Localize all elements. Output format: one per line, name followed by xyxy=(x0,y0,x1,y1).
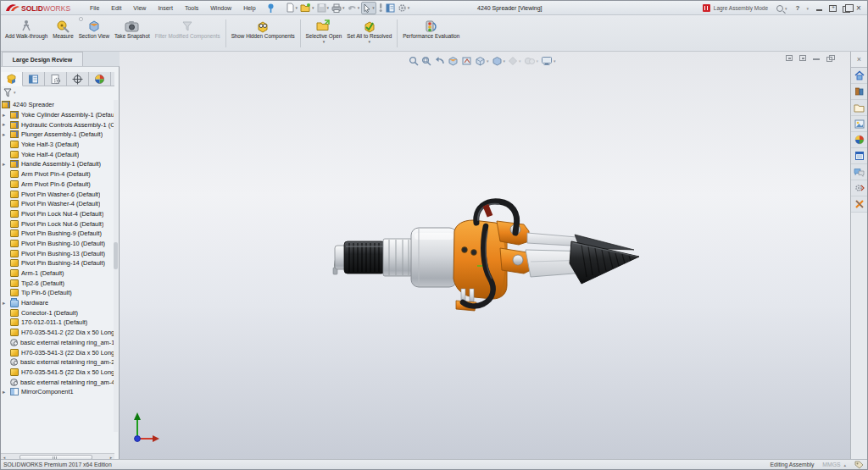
tab-file-explorer[interactable] xyxy=(851,100,867,116)
filter-funnel-icon[interactable] xyxy=(3,88,12,97)
tab-appearances-scenes[interactable] xyxy=(851,132,867,148)
tree-item[interactable]: ▸Handle Assembly-1 (Default) xyxy=(1,159,114,169)
doc-window-menu-icon[interactable] xyxy=(786,55,793,61)
tree-item[interactable]: ▸Yoke Cylinder Assembly-1 (Default) xyxy=(1,110,114,120)
tree-item[interactable]: Conector-1 (Default) xyxy=(1,307,114,318)
search-dropdown-icon[interactable]: ▾ xyxy=(785,6,787,11)
units-dropdown-icon[interactable]: ▴ xyxy=(843,462,846,467)
tree-item[interactable]: 4240 Spreader xyxy=(1,100,114,110)
tab-view-palette[interactable] xyxy=(851,116,867,132)
menu-edit[interactable]: Edit xyxy=(105,3,127,13)
zoom-to-area-icon[interactable] xyxy=(421,56,431,66)
performance-evaluation-button[interactable]: Performance Evaluation xyxy=(400,17,462,50)
dropdown-arrow-icon[interactable]: ▾ xyxy=(368,39,370,45)
tree-vertical-scrollbar[interactable] xyxy=(114,100,118,432)
tree-item[interactable]: Pivot Pin Lock Nut-4 (Default) xyxy=(1,209,114,219)
zoom-to-fit-icon[interactable] xyxy=(409,56,419,66)
tab-dimxpert-manager[interactable] xyxy=(67,72,89,86)
scrollbar-thumb[interactable] xyxy=(114,242,118,269)
section-view-button[interactable]: Section View xyxy=(76,17,112,50)
edit-appearance-icon[interactable]: ▾ xyxy=(524,56,539,66)
tab-xpress-products[interactable] xyxy=(851,196,867,213)
expand-arrow-icon[interactable]: ▸ xyxy=(3,112,10,119)
tree-item[interactable]: Pivot Pin Bushing-10 (Default) xyxy=(1,239,114,249)
menu-help[interactable]: Help xyxy=(237,3,261,13)
tree-item[interactable]: H70-035-541-2 (22 Dia x 50 Long) xyxy=(1,328,114,338)
undo-button[interactable]: ▾ xyxy=(347,3,361,14)
print-button[interactable]: ▾ xyxy=(331,3,346,14)
task-scheduler-button[interactable] xyxy=(385,3,396,14)
annotations-visibility-icon[interactable] xyxy=(461,56,472,66)
tag-icon[interactable] xyxy=(854,461,864,469)
doc-window-menu2-icon[interactable] xyxy=(799,55,806,61)
expand-arrow-icon[interactable]: ▸ xyxy=(3,300,10,307)
tree-item[interactable]: ▸Plunger Assembly-1 (Default) xyxy=(1,130,114,140)
tab-solidworks-resources[interactable] xyxy=(851,68,867,84)
tab-solidworks-forum[interactable] xyxy=(851,164,867,180)
search-commands-box[interactable]: ▾ xyxy=(776,5,787,12)
selective-open-button[interactable]: Selective Open▾ xyxy=(303,17,345,50)
doc-restore-button[interactable] xyxy=(826,55,833,61)
tab-design-library[interactable] xyxy=(851,84,867,100)
tree-item[interactable]: Yoke Half-4 (Default) xyxy=(1,149,114,159)
menu-window[interactable]: Window xyxy=(204,3,237,13)
options-gear-button[interactable]: ▾ xyxy=(397,3,411,14)
tree-item[interactable]: Tip2-6 (Default) xyxy=(1,278,114,288)
tree-item[interactable]: Pivot Pin Bushing-14 (Default) xyxy=(1,258,114,268)
tree-item[interactable]: Tip Pin-6 (Default) xyxy=(1,288,114,298)
search-icon[interactable] xyxy=(776,5,783,12)
expand-arrow-icon[interactable]: ▸ xyxy=(3,161,10,168)
display-style-icon[interactable]: ▾ xyxy=(492,56,506,66)
show-hidden-components-button[interactable]: Show Hidden Components xyxy=(229,17,298,50)
select-tool-button[interactable]: ▾ xyxy=(361,2,376,14)
tree-item[interactable]: basic external retaining ring_am-4 (BZ xyxy=(1,377,114,387)
hide-show-items-icon[interactable]: ▾ xyxy=(508,56,521,66)
save-button[interactable]: ▾ xyxy=(316,3,331,14)
view-settings-icon[interactable]: ▾ xyxy=(541,56,556,66)
tree-item[interactable]: Pivot Pin Bushing-13 (Default) xyxy=(1,248,114,258)
tree-item[interactable]: Yoke Half-3 (Default) xyxy=(1,140,114,150)
add-walkthrough-button[interactable]: Add Walk-through xyxy=(3,17,50,50)
measure-button[interactable]: Measure xyxy=(50,17,76,50)
panel-collapse-handle[interactable] xyxy=(79,17,83,21)
tree-item[interactable]: ▸MirrorComponent1 xyxy=(1,387,114,397)
tab-large-design-review[interactable]: Large Design Review xyxy=(2,52,83,66)
filter-dropdown-icon[interactable]: ▾ xyxy=(14,90,16,95)
open-document-button[interactable]: ▾ xyxy=(299,2,315,14)
dropdown-arrow-icon[interactable]: ▾ xyxy=(323,39,326,45)
tree-item[interactable]: ▸Hydraulic Controls Assembly-1 (Contr xyxy=(1,119,114,130)
expand-arrow-icon[interactable]: ▸ xyxy=(3,389,10,395)
tab-tools[interactable] xyxy=(851,180,867,196)
tree-item[interactable]: Pivot Pin Washer-6 (Default) xyxy=(1,189,114,199)
view-orientation-icon[interactable]: ▾ xyxy=(475,56,489,66)
tree-item[interactable]: basic external retaining ring_am-1 (BZ xyxy=(1,338,114,348)
minimize-button[interactable] xyxy=(815,5,823,12)
spreader-3d-model[interactable] xyxy=(327,194,649,323)
previous-view-icon[interactable] xyxy=(434,56,445,66)
toggle-selection-filter-button[interactable] xyxy=(377,2,384,14)
tree-item[interactable]: Pivot Pin Washer-4 (Default) xyxy=(1,199,114,209)
task-pane-close-icon[interactable]: × xyxy=(851,52,867,67)
restore-button[interactable] xyxy=(843,6,850,13)
tab-property-manager[interactable] xyxy=(23,72,45,86)
filter-modified-components-button[interactable]: Filter Modified Components xyxy=(153,17,223,50)
set-all-to-resolved-button[interactable]: Set All to Resolved▾ xyxy=(344,17,394,50)
menu-tools[interactable]: Tools xyxy=(179,3,204,13)
graphics-area[interactable]: ▾ ▾ ▾ ▾ ▾ xyxy=(120,52,852,461)
tree-item[interactable]: Arm Pivot Pin-4 (Default) xyxy=(1,169,114,180)
tab-custom-properties[interactable] xyxy=(851,148,867,164)
menu-view[interactable]: View xyxy=(127,3,152,13)
tree-item[interactable]: Pivot Pin Lock Nut-6 (Default) xyxy=(1,218,114,229)
tree-item[interactable]: Arm Pivot Pin-6 (Default) xyxy=(1,180,114,190)
tree-item[interactable]: Pivot Pin Bushing-9 (Default) xyxy=(1,229,114,239)
units-selector[interactable]: MMGS▴ xyxy=(822,462,846,467)
menu-insert[interactable]: Insert xyxy=(152,3,179,13)
tree-item[interactable]: ▸Hardware xyxy=(1,298,114,308)
expand-button[interactable] xyxy=(829,5,837,12)
tree-item[interactable]: H70-035-541-3 (22 Dia x 50 Long) xyxy=(1,347,114,357)
tree-item[interactable]: H70-035-541-5 (22 Dia x 50 Long) xyxy=(1,368,114,378)
section-view-toggle-icon[interactable] xyxy=(448,56,459,66)
doc-minimize-button[interactable] xyxy=(813,55,820,61)
menu-file[interactable]: File xyxy=(84,3,105,13)
help-button[interactable]: ? xyxy=(796,4,800,12)
